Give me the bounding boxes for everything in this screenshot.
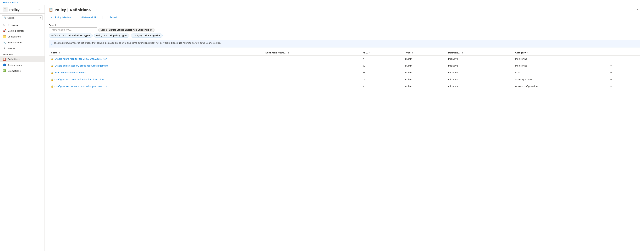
table-row: 🔒 Audit Public Network Access 35 BuiltIn… — [49, 69, 640, 76]
row-2-name-link[interactable]: 🔒 Audit Public Network Access — [51, 71, 262, 74]
authoring-section-label: Authoring — [0, 51, 44, 56]
row-4-category: Guest Configuration — [513, 83, 606, 90]
exemptions-icon: ✅ — [3, 69, 6, 72]
sidebar-search-box: 🔍 « — [2, 15, 42, 20]
col-policies[interactable]: Po... ↕ — [360, 50, 403, 56]
row-4-location — [264, 83, 360, 90]
row-0-name: 🔒 Enable Azure Monitor for VMSS with Azu… — [49, 56, 264, 62]
row-3-location — [264, 76, 360, 83]
policy-type-label: Policy type : — [96, 34, 110, 37]
definition-type-filter[interactable]: Definition type : All definition types — [49, 34, 93, 38]
row-more-button[interactable]: ··· — [608, 57, 614, 61]
sidebar-item-overview[interactable]: ⊙ Overview — [0, 22, 44, 28]
row-more-button[interactable]: ··· — [608, 71, 614, 74]
type-sort-icon: ↕ — [412, 52, 413, 54]
row-2-name: 🔒 Audit Public Network Access — [49, 69, 264, 76]
row-0-category: Monitoring — [513, 56, 606, 62]
sidebar-item-events[interactable]: ⚡ Events — [0, 46, 44, 51]
sidebar-item-exemptions-label: Exemptions — [8, 70, 20, 72]
sidebar-item-compliance[interactable]: 🗂️ Compliance — [0, 34, 44, 40]
toolbar: + + Policy definition + + Initiative def… — [49, 14, 640, 21]
add-policy-definition-button[interactable]: + + Policy definition — [49, 15, 73, 20]
table-header-row: Name ↕ Definition locati... ↕ Po... ↕ — [49, 50, 640, 56]
row-more-button[interactable]: ··· — [608, 78, 614, 82]
lock-icon: 🔒 — [51, 65, 54, 67]
row-3-policies: 11 — [360, 76, 403, 83]
row-0-name-link[interactable]: 🔒 Enable Azure Monitor for VMSS with Azu… — [51, 58, 262, 60]
sidebar-item-getting-started[interactable]: 🚀 Getting started — [0, 28, 44, 34]
main-content: 📋 Policy | Definitions ··· × + + Policy … — [45, 5, 644, 251]
sidebar-item-remediation-label: Remediation — [8, 41, 22, 44]
row-3-type: BuiltIn — [403, 76, 446, 83]
row-1-name-link[interactable]: 🔒 Enable audit category group resource l… — [51, 64, 262, 67]
sidebar-nav: ⊙ Overview 🚀 Getting started 🗂️ Complian… — [0, 22, 44, 251]
page-title-text: Policy | Definitions — [54, 8, 91, 12]
search-label: Search — [49, 24, 640, 26]
col-location[interactable]: Definition locati... ↕ — [264, 50, 360, 56]
search-input[interactable] — [49, 28, 97, 32]
row-more-button[interactable]: ··· — [608, 64, 614, 68]
sidebar-item-definitions[interactable]: 📋 Definitions — [0, 56, 44, 62]
table-row: 🔒 Configure secure communication protoco… — [49, 83, 640, 90]
definition-type-value: All definition types — [68, 34, 90, 37]
content-header: 📋 Policy | Definitions ··· × + + Policy … — [45, 5, 644, 21]
col-definition[interactable]: Definitio... ↕ — [446, 50, 513, 56]
row-2-policies: 35 — [360, 69, 403, 76]
scope-label: Scope : — [100, 29, 109, 31]
col-name[interactable]: Name ↕ — [49, 50, 264, 56]
row-4-type: BuiltIn — [403, 83, 446, 90]
policy-type-filter[interactable]: Policy type : All policy types — [94, 34, 130, 38]
row-4-name-link[interactable]: 🔒 Configure secure communication protoco… — [51, 85, 262, 88]
page-title: 📋 Policy | Definitions ··· — [49, 8, 96, 12]
location-sort-icon: ↕ — [288, 52, 289, 54]
sidebar-item-definitions-label: Definitions — [8, 58, 20, 60]
assignments-icon: 🔵 — [3, 64, 6, 66]
sidebar-more-button[interactable]: ··· — [38, 8, 42, 12]
close-button[interactable]: × — [635, 7, 640, 12]
sidebar-item-remediation[interactable]: 🔧 Remediation — [0, 40, 44, 46]
add-initiative-icon: + — [76, 16, 78, 18]
row-3-name: 🔒 Configure Microsoft Defender for Cloud… — [49, 76, 264, 83]
breadcrumb-policy[interactable]: Policy — [12, 2, 18, 4]
row-1-name: 🔒 Enable audit category group resource l… — [49, 62, 264, 69]
sidebar-search-input[interactable] — [8, 16, 38, 19]
row-2-definition: Initiative — [446, 69, 513, 76]
add-policy-icon: + — [51, 16, 52, 18]
row-1-policies: 69 — [360, 62, 403, 69]
definition-sort-icon: ↕ — [462, 52, 463, 54]
add-initiative-definition-button[interactable]: + + Initiative definition — [74, 15, 100, 20]
filter-row: Definition type : All definition types P… — [49, 34, 640, 38]
category-filter[interactable]: Category : All categories — [131, 34, 162, 38]
row-3-actions: ··· — [606, 76, 640, 83]
name-sort-icon: ↕ — [59, 52, 60, 54]
scope-badge[interactable]: Scope : Visual Studio Enterprise Subscri… — [98, 28, 154, 32]
row-more-button[interactable]: ··· — [608, 84, 614, 88]
breadcrumb: Home > Policy — [0, 0, 644, 5]
sidebar-header: 📋 Policy ··· — [0, 5, 44, 14]
lock-icon: 🔒 — [51, 78, 54, 81]
sidebar-title: Policy — [9, 8, 20, 12]
sidebar-item-assignments-label: Assignments — [8, 64, 22, 66]
table-row: 🔒 Enable audit category group resource l… — [49, 62, 640, 69]
lock-icon: 🔒 — [51, 72, 54, 74]
table-row: 🔒 Enable Azure Monitor for VMSS with Azu… — [49, 56, 640, 62]
refresh-button[interactable]: ↺ Refresh — [104, 15, 120, 20]
collapse-sidebar-button[interactable]: « — [39, 16, 41, 20]
info-banner-text: The maximum number of definitions that c… — [54, 42, 221, 44]
sidebar: 📋 Policy ··· 🔍 « ⊙ Overview 🚀 Getting st… — [0, 5, 45, 251]
search-section: Search Scope : Visual Studio Enterprise … — [49, 24, 640, 38]
page-more-button[interactable]: ··· — [94, 8, 96, 11]
row-0-location — [264, 56, 360, 62]
info-icon: ℹ — [52, 42, 52, 46]
breadcrumb-home[interactable]: Home — [3, 2, 9, 4]
col-category[interactable]: Category ↕ — [513, 50, 606, 56]
lock-icon: 🔒 — [51, 85, 54, 88]
sidebar-item-events-label: Events — [8, 47, 15, 50]
col-type[interactable]: Type ↕ — [403, 50, 446, 56]
content-body: Search Scope : Visual Studio Enterprise … — [45, 21, 644, 251]
sidebar-item-exemptions[interactable]: ✅ Exemptions — [0, 68, 44, 74]
sidebar-item-assignments[interactable]: 🔵 Assignments — [0, 62, 44, 68]
row-3-name-link[interactable]: 🔒 Configure Microsoft Defender for Cloud… — [51, 78, 262, 81]
row-4-name: 🔒 Configure secure communication protoco… — [49, 83, 264, 90]
row-2-type: BuiltIn — [403, 69, 446, 76]
